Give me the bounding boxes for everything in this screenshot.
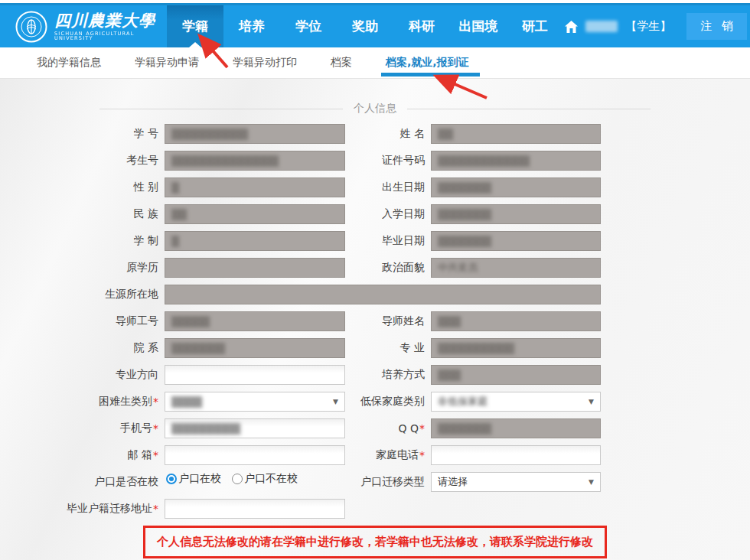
text-input-mobile[interactable]: ▒▒▒▒▒▒▒▒▒ (165, 418, 345, 438)
form-row: 学 制▒毕业日期▒▒▒▒▒▒▒ (0, 231, 750, 251)
text-input-major-direction[interactable] (165, 365, 345, 385)
required-asterisk: * (153, 503, 158, 515)
radio-option-residence-on-campus-0[interactable]: 户口在校 (166, 472, 221, 486)
nav-item-jiangzhu[interactable]: 奖助 (337, 5, 393, 47)
field-qq: ▒▒▒▒▒▒▒ (431, 418, 601, 438)
required-asterisk: * (419, 449, 425, 461)
field-mobile: ▒▒▒▒▒▒▒▒▒ (165, 418, 345, 438)
disabled-input-id-number: ▒▒▒▒▒▒▒▒▒▒▒▒ (431, 151, 601, 171)
field-value-major: ▒▒▒▒▒▒▒▒▒▒ (438, 343, 514, 354)
field-value-birth-date: ▒▒▒▒▒▒▒ (438, 182, 491, 194)
tab-archives-employment[interactable]: 档案,就业,报到证 (383, 47, 472, 78)
field-value-graduate-date: ▒▒▒▒▒▒▒ (438, 236, 491, 247)
field-value-name: ▒▒ (438, 129, 453, 140)
radio-checked-icon[interactable] (166, 474, 177, 484)
form-row: 院 系▒▒▒▒▒▒▒专 业▒▒▒▒▒▒▒▒▒▒ (0, 338, 750, 358)
disabled-input-qq: ▒▒▒▒▒▒▒ (431, 418, 601, 438)
tab-my-roll-info[interactable]: 我的学籍信息 (34, 47, 104, 78)
field-department: ▒▒▒▒▒▒▒ (165, 338, 345, 358)
form-row: 专业方向培养方式▒▒▒ (0, 365, 750, 385)
active-nav-caret-icon (189, 42, 201, 47)
disabled-input-gender: ▒ (165, 177, 345, 197)
field-id-number: ▒▒▒▒▒▒▒▒▒▒▒▒ (431, 151, 601, 171)
field-poverty-category: ▒▒▒▒▼ (165, 392, 345, 412)
field-enroll-date: ▒▒▒▒▒▒▒ (431, 204, 601, 224)
form-row: 学 号▒▒▒▒▒▒▒▒▒▒姓 名▒▒ (0, 124, 750, 144)
radio-group-residence-on-campus: 户口在校户口不在校 (165, 472, 345, 486)
user-area: 【学生】 注 销 (565, 5, 750, 47)
field-value-student-id: ▒▒▒▒▒▒▒▒▒▒ (171, 129, 248, 140)
radio-label: 户口不在校 (244, 472, 298, 486)
field-birth-date: ▒▒▒▒▒▒▒ (431, 177, 601, 197)
form-row: 邮 箱*家庭电话* (0, 445, 750, 465)
form-row: 性 别▒出生日期▒▒▒▒▒▒▒ (0, 177, 750, 197)
form-row: 原学历政治面貌中共党员 (0, 258, 750, 278)
field-label-email: 邮 箱* (0, 448, 165, 462)
select-low-income-family-category[interactable]: 非低保家庭▼ (431, 392, 601, 412)
required-asterisk: * (153, 396, 158, 408)
select-poverty-category[interactable]: ▒▒▒▒▼ (165, 392, 345, 412)
logout-button[interactable]: 注 销 (686, 13, 747, 40)
form-row: 导师工号▒▒▒▒▒导师姓名▒▒▒ (0, 311, 750, 331)
field-label-gender: 性 别 (0, 181, 165, 194)
field-label-major-direction: 专业方向 (0, 368, 165, 382)
field-value-supervisor-id: ▒▒▒▒▒ (171, 316, 210, 327)
field-label-supervisor-id: 导师工号 (0, 314, 165, 328)
nav-item-peiyang[interactable]: 培养 (223, 5, 280, 47)
user-role-label: 【学生】 (625, 19, 671, 34)
home-icon[interactable] (565, 21, 578, 33)
nav-item-keyan[interactable]: 科研 (393, 5, 450, 47)
tab-archives[interactable]: 档案 (328, 47, 355, 78)
disabled-input-candidate-no: ▒▒▒▒▒▒▒▒▒▒▒▒▒▒ (165, 151, 345, 171)
field-graduate-residence-address (165, 499, 345, 519)
disabled-input-schooling-length: ▒ (165, 231, 345, 251)
text-input-email[interactable] (165, 445, 345, 465)
radio-option-residence-on-campus-1[interactable]: 户口不在校 (232, 472, 298, 486)
field-value-gender: ▒ (171, 182, 179, 194)
select-value-residence-transfer-type: 请选择 (438, 475, 468, 489)
field-label-supervisor-name: 导师姓名 (345, 314, 431, 328)
disabled-input-origin-place (165, 285, 601, 304)
disabled-input-department: ▒▒▒▒▒▒▒ (165, 338, 345, 358)
text-input-graduate-residence-address[interactable] (165, 499, 345, 519)
field-label-training-mode: 培养方式 (345, 368, 431, 382)
field-email (165, 445, 345, 465)
field-ethnicity: ▒▒ (165, 204, 345, 224)
chevron-down-icon: ▼ (333, 398, 338, 405)
field-label-ethnicity: 民 族 (0, 207, 165, 221)
notice-box: 个人信息无法修改的请在学籍中进行修改，若学籍中也无法修改，请联系学院进行修改 (143, 526, 607, 558)
select-residence-transfer-type[interactable]: 请选择▼ (431, 472, 601, 492)
field-label-graduate-date: 毕业日期 (345, 234, 431, 248)
nav-item-chuguojing[interactable]: 出国境 (450, 5, 507, 47)
field-supervisor-id: ▒▒▒▒▒ (165, 311, 345, 331)
field-value-enroll-date: ▒▒▒▒▒▒▒ (438, 209, 491, 220)
nav-item-xueji[interactable]: 学籍 (167, 5, 223, 47)
form-row: 困难生类别*▒▒▒▒▼低保家庭类别非低保家庭▼ (0, 392, 750, 412)
nav-item-xuewei[interactable]: 学位 (280, 5, 337, 47)
tab-bar: 我的学籍信息学籍异动申请学籍异动打印档案档案,就业,报到证 (0, 47, 750, 79)
select-value-poverty-category: ▒▒▒▒ (171, 396, 202, 408)
text-input-home-phone[interactable] (431, 445, 601, 465)
top-header: 四川農業大學 SICHUAN AGRICULTURAL UNIVERSITY 学… (0, 3, 750, 47)
field-schooling-length: ▒ (165, 231, 345, 251)
disabled-input-major: ▒▒▒▒▒▒▒▒▒▒ (431, 338, 601, 358)
university-logo: 四川農業大學 SICHUAN AGRICULTURAL UNIVERSITY (15, 5, 161, 47)
field-home-phone (431, 445, 601, 465)
section-legend: 个人信息 (99, 102, 651, 116)
field-student-id: ▒▒▒▒▒▒▒▒▒▒ (165, 124, 345, 144)
form-row: 户口是否在校户口在校户口不在校户口迁移类型请选择▼ (0, 472, 750, 492)
field-value-mobile: ▒▒▒▒▒▒▒▒▒ (171, 423, 240, 435)
field-label-student-id: 学 号 (0, 127, 165, 141)
field-label-mobile: 手机号* (0, 422, 165, 435)
disabled-input-birth-date: ▒▒▒▒▒▒▒ (431, 177, 601, 197)
field-label-graduate-residence-address: 毕业户籍迁移地址* (0, 502, 165, 516)
field-label-name: 姓 名 (345, 127, 431, 141)
field-label-schooling-length: 学 制 (0, 234, 165, 248)
form-row: 毕业户籍迁移地址* (0, 499, 750, 519)
tab-roll-change-apply[interactable]: 学籍异动申请 (132, 47, 202, 78)
tab-roll-change-print[interactable]: 学籍异动打印 (230, 47, 300, 78)
nav-item-yangong[interactable]: 研工 (507, 5, 563, 47)
field-value-training-mode: ▒▒▒ (438, 370, 461, 381)
field-value-schooling-length: ▒ (171, 236, 179, 247)
radio-unchecked-icon[interactable] (232, 474, 243, 484)
